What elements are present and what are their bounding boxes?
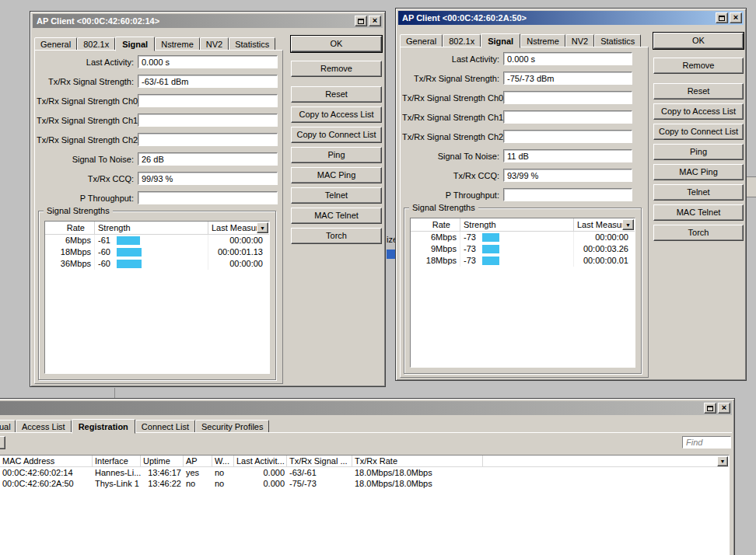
- torch-button[interactable]: Torch: [291, 228, 382, 244]
- field-value[interactable]: 0.000 s: [503, 52, 632, 65]
- field-value[interactable]: 93/99 %: [503, 169, 632, 182]
- mac-ping-button[interactable]: MAC Ping: [653, 164, 744, 180]
- field-value[interactable]: [503, 188, 632, 201]
- reset-button[interactable]: Reset: [653, 83, 744, 99]
- tab-connect-list[interactable]: Connect List: [135, 420, 195, 433]
- column-header-wds[interactable]: W...: [212, 456, 234, 466]
- column-options-dropdown-icon[interactable]: ▼: [257, 222, 268, 233]
- column-header-last-activity[interactable]: Last Activit...: [234, 456, 287, 466]
- tab-access-list[interactable]: Access List: [16, 420, 72, 433]
- field-tx-rx-signal-strength: Tx/Rx Signal Strength: -75/-73 dBm: [402, 72, 643, 85]
- signal-strengths-group: Signal Strengths Rate Strength Last Meas…: [38, 211, 276, 380]
- tab-signal[interactable]: Signal: [481, 33, 520, 48]
- field-value[interactable]: 0.000 s: [138, 55, 278, 68]
- column-options-dropdown-icon[interactable]: ▼: [717, 456, 728, 466]
- field-label: Tx/Rx Signal Strength Ch1:: [402, 113, 503, 122]
- column-options-dropdown-icon[interactable]: ▼: [622, 219, 634, 230]
- ok-button[interactable]: OK: [291, 36, 382, 52]
- column-header-interface[interactable]: Interface: [93, 456, 141, 466]
- telnet-button[interactable]: Telnet: [291, 187, 382, 204]
- signal-rate-row[interactable]: 18Mbps -73 00:00:00.01: [411, 255, 635, 267]
- copy-to-access-list-button[interactable]: Copy to Access List: [291, 106, 382, 123]
- ok-button[interactable]: OK: [653, 33, 744, 49]
- remove-button[interactable]: Remove: [653, 58, 744, 74]
- signal-rate-row[interactable]: 9Mbps -73 00:00:03.26: [411, 243, 635, 255]
- tab-8021x[interactable]: 802.1x: [443, 34, 481, 47]
- telnet-button[interactable]: Telnet: [653, 184, 744, 201]
- maximize-button[interactable]: [716, 12, 728, 23]
- tab-general[interactable]: General: [400, 34, 443, 47]
- titlebar[interactable]: ×: [0, 401, 732, 415]
- field-value[interactable]: [503, 130, 632, 143]
- field-value[interactable]: [503, 110, 632, 124]
- column-header-ap[interactable]: AP: [184, 456, 212, 466]
- column-header-signal[interactable]: Tx/Rx Signal ...: [287, 456, 352, 466]
- registration-row[interactable]: 00:0C:42:60:2A:50 Thys-Link 1 13:46:22 n…: [0, 478, 729, 489]
- cell-ap: yes: [184, 467, 212, 478]
- mac-telnet-button[interactable]: MAC Telnet: [291, 208, 382, 224]
- signal-strengths-table: Rate Strength Last Measured ▼ 6Mbps -61 …: [44, 221, 270, 374]
- close-button[interactable]: ×: [730, 12, 742, 23]
- ping-button[interactable]: Ping: [291, 147, 382, 163]
- cell-last-measured: 00:00:00.01: [574, 255, 635, 267]
- field-value[interactable]: 26 dB: [138, 152, 278, 166]
- field-value[interactable]: [138, 133, 278, 146]
- field-value[interactable]: [138, 191, 278, 204]
- column-header-filler: [483, 456, 729, 466]
- field-value[interactable]: [503, 91, 632, 104]
- field-label: Tx/Rx Signal Strength Ch0:: [37, 96, 138, 106]
- field-value[interactable]: [138, 113, 278, 127]
- ping-button[interactable]: Ping: [653, 144, 744, 160]
- tab-security-profiles[interactable]: Security Profiles: [195, 420, 269, 433]
- tab-nstreme[interactable]: Nstreme: [155, 37, 200, 51]
- titlebar[interactable]: AP Client <00:0C:42:60:02:14> ×: [33, 14, 383, 28]
- reset-button[interactable]: Reset: [291, 86, 382, 103]
- copy-to-connect-list-button[interactable]: Copy to Connect List: [653, 124, 744, 140]
- group-title: Signal Strengths: [409, 202, 478, 213]
- tab-general[interactable]: General: [34, 37, 77, 51]
- tab-registration[interactable]: Registration: [72, 419, 135, 434]
- field-tx-rx-signal-strength: Tx/Rx Signal Strength: -63/-61 dBm: [37, 75, 278, 88]
- tab-nv2[interactable]: NV2: [200, 37, 229, 51]
- field-value[interactable]: -75/-73 dBm: [503, 72, 632, 85]
- column-header-strength[interactable]: Strength: [460, 218, 574, 231]
- column-header-mac-address[interactable]: MAC Address: [0, 456, 93, 466]
- copy-to-connect-list-button[interactable]: Copy to Connect List: [291, 127, 382, 143]
- signal-strengths-table: Rate Strength Last Measured ▼ 6Mbps -73 …: [410, 218, 635, 368]
- tab-signal[interactable]: Signal: [115, 37, 155, 51]
- find-input[interactable]: Find: [682, 436, 731, 449]
- column-header-rate[interactable]: Rate: [411, 218, 460, 231]
- tab-statistics[interactable]: Statistics: [229, 37, 275, 51]
- column-header-rate[interactable]: Tx/Rx Rate: [352, 456, 483, 466]
- torch-button[interactable]: Torch: [653, 225, 744, 241]
- maximize-button[interactable]: [355, 16, 367, 26]
- signal-rate-row[interactable]: 36Mbps -60 00:00:00: [45, 258, 269, 270]
- signal-rate-row[interactable]: 6Mbps -61 00:00:00: [45, 235, 269, 246]
- field-value[interactable]: 11 dB: [503, 149, 632, 162]
- copy-to-access-list-button[interactable]: Copy to Access List: [653, 103, 744, 120]
- titlebar[interactable]: AP Client <00:0C:42:60:2A:50> ×: [398, 11, 744, 25]
- registration-row[interactable]: 00:0C:42:60:02:14 Hannes-Li... 13:46:17 …: [0, 467, 729, 478]
- field-value[interactable]: -63/-61 dBm: [138, 75, 278, 88]
- tab-8021x[interactable]: 802.1x: [77, 37, 115, 51]
- close-button[interactable]: ×: [369, 16, 381, 26]
- tab-statistics[interactable]: Statistics: [594, 34, 641, 47]
- field-value[interactable]: 99/93 %: [138, 172, 278, 185]
- mac-ping-button[interactable]: MAC Ping: [291, 167, 382, 183]
- signal-rate-row[interactable]: 18Mbps -60 00:00:01.13: [45, 246, 269, 258]
- toolbar-button-fragment[interactable]: [0, 436, 5, 449]
- field-signal-strength-ch0: Tx/Rx Signal Strength Ch0:: [37, 94, 278, 107]
- column-header-strength[interactable]: Strength: [95, 222, 208, 234]
- mac-telnet-button[interactable]: MAC Telnet: [653, 204, 744, 221]
- maximize-button[interactable]: [704, 403, 716, 414]
- column-header-rate[interactable]: Rate: [45, 222, 95, 234]
- tab-nstreme[interactable]: Nstreme: [520, 34, 565, 47]
- tab-nstreme-dual-fragment[interactable]: ual: [0, 420, 16, 433]
- signal-rate-row[interactable]: 6Mbps -73 00:00:00: [411, 232, 635, 243]
- tab-nv2[interactable]: NV2: [565, 34, 594, 47]
- field-label: Tx/Rx Signal Strength Ch2:: [37, 135, 138, 145]
- remove-button[interactable]: Remove: [291, 61, 382, 77]
- column-header-uptime[interactable]: Uptime: [141, 456, 184, 466]
- close-button[interactable]: ×: [718, 403, 730, 414]
- field-value[interactable]: [138, 94, 278, 107]
